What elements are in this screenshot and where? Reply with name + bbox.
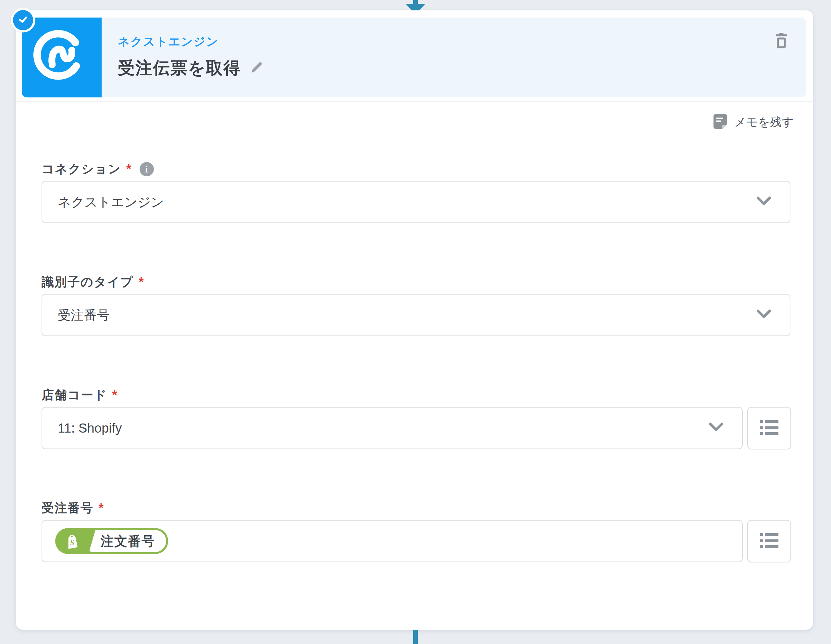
store-code-value: 11: Shopify	[58, 421, 122, 435]
memo-note-icon	[712, 113, 728, 131]
required-mark: *	[112, 388, 118, 402]
list-icon	[759, 419, 780, 438]
connection-label: コネクション*	[41, 161, 154, 177]
header-divider	[16, 101, 813, 102]
chevron-down-icon	[708, 421, 724, 435]
list-icon	[759, 532, 780, 551]
trash-icon	[774, 32, 788, 51]
nextengine-app-icon	[22, 18, 102, 97]
order-number-input[interactable]: S 注文番号	[41, 520, 743, 562]
step-header[interactable]: ネクストエンジン 受注伝票を取得	[22, 18, 806, 97]
leave-memo-button[interactable]: メモを残す	[712, 113, 794, 131]
required-mark: *	[126, 162, 132, 176]
memo-label: メモを残す	[734, 114, 794, 130]
order-number-label: 受注番号*	[41, 500, 104, 516]
identifier-type-value: 受注番号	[58, 306, 110, 324]
flow-connector-line-bottom	[413, 630, 418, 644]
store-code-select[interactable]: 11: Shopify	[41, 407, 743, 449]
identifier-type-label: 識別子のタイプ*	[41, 274, 144, 290]
store-code-label: 店舗コード*	[41, 387, 118, 403]
shopify-token-tag[interactable]: S 注文番号	[55, 528, 168, 554]
token-label: 注文番号	[89, 530, 166, 552]
canvas: ネクストエンジン 受注伝票を取得	[0, 0, 831, 644]
chevron-down-icon	[756, 308, 772, 322]
step-complete-badge	[11, 8, 35, 32]
identifier-type-select[interactable]: 受注番号	[41, 294, 790, 336]
svg-text:S: S	[70, 538, 74, 547]
store-code-list-button[interactable]	[747, 407, 791, 450]
required-mark: *	[99, 501, 104, 515]
chevron-down-icon	[756, 195, 772, 209]
check-icon	[17, 13, 30, 27]
delete-step-button[interactable]	[774, 32, 789, 51]
info-icon[interactable]	[140, 162, 154, 176]
step-title: 受注伝票を取得	[118, 57, 241, 80]
pencil-icon	[250, 61, 263, 76]
edit-title-button[interactable]	[249, 61, 264, 75]
order-number-list-button[interactable]	[747, 520, 791, 563]
shopify-bag-icon: S	[55, 532, 89, 550]
required-mark: *	[139, 275, 145, 289]
app-name: ネクストエンジン	[118, 34, 264, 50]
step-card: ネクストエンジン 受注伝票を取得	[16, 10, 813, 630]
nextengine-logo-icon	[33, 28, 90, 87]
connection-select[interactable]: ネクストエンジン	[41, 181, 790, 223]
connection-value: ネクストエンジン	[58, 193, 164, 211]
